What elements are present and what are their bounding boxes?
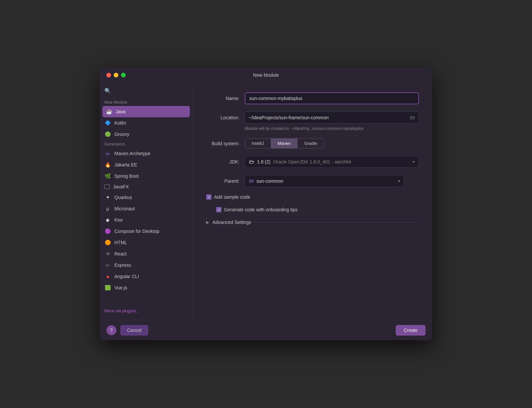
sidebar-item-javafx[interactable]: JavaFX <box>100 182 193 192</box>
sidebar-item-react-label: React <box>114 251 127 256</box>
quarkus-icon: ✦ <box>104 194 111 201</box>
sidebar-item-micronaut[interactable]: μ Micronaut <box>100 203 193 214</box>
folder-browse-icon[interactable]: 🗁 <box>410 115 415 121</box>
build-btn-gradle[interactable]: Gradle <box>298 139 324 148</box>
ktor-icon: ◆ <box>104 217 111 223</box>
sidebar-item-express-label: Express <box>114 262 131 268</box>
compose-desktop-icon: 🟣 <box>104 228 111 235</box>
micronaut-icon: μ <box>104 205 111 212</box>
search-icon[interactable]: 🔍 <box>104 88 111 94</box>
location-section: Location: 🗁 Module will be created in: ~… <box>206 112 419 131</box>
sidebar-item-html-label: HTML <box>114 240 127 245</box>
location-input-wrap[interactable]: 🗁 <box>245 112 419 124</box>
parent-dropdown[interactable]: m sun-common ▾ <box>245 175 404 187</box>
sidebar-item-jakarta-ee[interactable]: 🔥 Jakarta EE <box>100 159 193 170</box>
react-icon: ⚛ <box>104 251 111 257</box>
sidebar-item-jakarta-ee-label: Jakarta EE <box>114 162 137 167</box>
window-controls <box>106 73 126 77</box>
sidebar-item-compose-desktop[interactable]: 🟣 Compose for Desktop <box>100 226 193 237</box>
location-input[interactable] <box>248 115 408 120</box>
vue-js-icon: 🟩 <box>104 284 111 291</box>
kotlin-icon: 🔷 <box>104 120 111 126</box>
build-system-group: IntelliJ Maven Gradle <box>245 138 324 149</box>
parent-value-text: sun-common <box>256 178 283 184</box>
generate-code-checkbox[interactable]: ✓ Generate code with onboarding tips <box>216 207 298 212</box>
sidebar-item-ktor[interactable]: ◆ Ktor <box>100 214 193 226</box>
title-bar: New Module <box>100 68 432 82</box>
name-field-wrap <box>245 92 419 104</box>
name-row: Name: <box>206 92 419 104</box>
search-bar[interactable]: 🔍 <box>100 86 193 98</box>
maximize-window-button[interactable] <box>121 73 126 77</box>
sidebar-item-spring-boot[interactable]: 🌿 Spring Boot <box>100 170 193 182</box>
advanced-settings-section[interactable]: ▶ Advanced Settings <box>206 220 419 225</box>
location-row: Location: 🗁 <box>206 112 419 124</box>
name-input[interactable] <box>245 92 419 104</box>
add-sample-code-label: Add sample code <box>214 194 250 200</box>
groovy-icon: 🟢 <box>104 131 111 138</box>
add-sample-code-checkmark: ✓ <box>207 195 210 199</box>
generate-code-checkmark: ✓ <box>217 208 220 212</box>
sidebar-item-ktor-label: Ktor <box>114 217 123 223</box>
minimize-window-button[interactable] <box>114 73 118 77</box>
parent-chevron-down-icon: ▾ <box>398 179 400 183</box>
generate-code-label: Generate code with onboarding tips <box>224 207 298 212</box>
html-icon: 🟠 <box>104 239 111 246</box>
sidebar-item-vue-js[interactable]: 🟩 Vue.js <box>100 282 193 293</box>
sidebar-item-react[interactable]: ⚛ React <box>100 248 193 259</box>
sidebar-item-kotlin-label: Kotlin <box>114 120 126 126</box>
jdk-select-wrap: 🗁 1.8 (2) Oracle OpenJDK 1.8.0_401 - aar… <box>245 156 419 168</box>
parent-row: Parent: m sun-common ▾ <box>206 175 419 187</box>
sidebar-item-express[interactable]: ex Express <box>100 259 193 271</box>
sidebar-item-angular-cli-label: Angular CLI <box>114 274 139 279</box>
jakarta-ee-icon: 🔥 <box>104 161 111 168</box>
cancel-button[interactable]: Cancel <box>120 325 148 336</box>
dialog-footer: ? Cancel Create <box>100 320 432 340</box>
advanced-settings-label: Advanced Settings <box>212 220 251 225</box>
new-module-dialog: New Module 🔍 New Module ☕ Java 🔷 Kotlin … <box>100 68 432 340</box>
parent-select-content: m sun-common <box>249 178 398 184</box>
add-sample-code-row: ✓ Add sample code <box>206 194 419 200</box>
jdk-select-content: 🗁 1.8 (2) Oracle OpenJDK 1.8.0_401 - aar… <box>249 159 413 165</box>
build-btn-intellij[interactable]: IntelliJ <box>245 139 271 148</box>
maven-archetype-icon: m <box>104 150 111 157</box>
sidebar-item-quarkus-label: Quarkus <box>114 195 132 200</box>
add-sample-code-checkbox-box: ✓ <box>206 194 211 200</box>
java-icon: ☕ <box>106 108 112 115</box>
jdk-dropdown[interactable]: 🗁 1.8 (2) Oracle OpenJDK 1.8.0_401 - aar… <box>245 156 419 168</box>
javafx-icon <box>104 184 110 189</box>
create-button[interactable]: Create <box>396 325 426 336</box>
sidebar-item-maven-archetype-label: Maven Archetype <box>114 151 150 156</box>
jdk-row: JDK: 🗁 1.8 (2) Oracle OpenJDK 1.8.0_401 … <box>206 156 419 168</box>
build-system-row: Build system: IntelliJ Maven Gradle <box>206 138 419 149</box>
sidebar-item-angular-cli[interactable]: 🔺 Angular CLI <box>100 271 193 282</box>
build-system-label: Build system: <box>206 141 239 146</box>
sidebar-item-maven-archetype[interactable]: m Maven Archetype <box>100 148 193 159</box>
sidebar-item-quarkus[interactable]: ✦ Quarkus <box>100 192 193 203</box>
more-plugins-link[interactable]: More via plugins... <box>100 305 193 317</box>
jdk-version-text: 1.8 (2) <box>257 159 270 164</box>
close-window-button[interactable] <box>106 73 111 77</box>
sidebar-item-java[interactable]: ☕ Java <box>102 106 190 117</box>
dialog-title: New Module <box>253 72 279 78</box>
sidebar-item-groovy-label: Groovy <box>114 132 129 137</box>
spring-boot-icon: 🌿 <box>104 173 111 179</box>
help-button[interactable]: ? <box>106 325 116 335</box>
left-panel: 🔍 New Module ☕ Java 🔷 Kotlin 🟢 Groovy Ge… <box>100 82 193 320</box>
build-btn-maven[interactable]: Maven <box>271 139 298 148</box>
sidebar-item-kotlin[interactable]: 🔷 Kotlin <box>100 117 193 129</box>
sidebar-item-javafx-label: JavaFX <box>113 184 129 189</box>
sidebar-item-compose-desktop-label: Compose for Desktop <box>114 229 159 234</box>
generate-code-checkbox-box: ✓ <box>216 207 221 212</box>
sidebar-item-groovy[interactable]: 🟢 Groovy <box>100 129 193 140</box>
express-icon: ex <box>104 262 111 268</box>
name-label: Name: <box>206 96 239 101</box>
dialog-body: 🔍 New Module ☕ Java 🔷 Kotlin 🟢 Groovy Ge… <box>100 82 432 320</box>
add-sample-code-checkbox[interactable]: ✓ Add sample code <box>206 194 250 200</box>
sidebar-item-html[interactable]: 🟠 HTML <box>100 237 193 248</box>
jdk-label: JDK: <box>206 159 239 164</box>
right-panel: Name: Location: 🗁 Module will be cr <box>193 82 432 320</box>
advanced-settings-arrow-icon: ▶ <box>206 220 209 225</box>
jdk-chevron-down-icon: ▾ <box>413 159 415 164</box>
advanced-settings-divider <box>255 222 419 223</box>
